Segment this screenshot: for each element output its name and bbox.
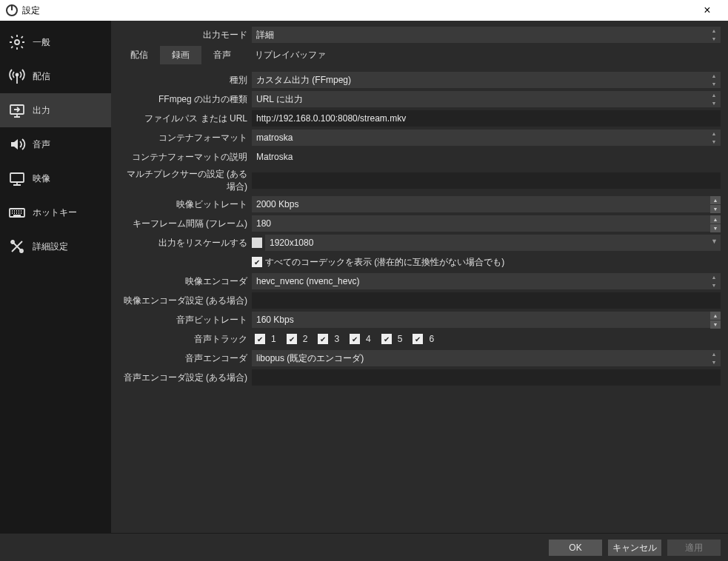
sidebar-item-label: 詳細設定: [33, 241, 68, 253]
venc-set-input[interactable]: [252, 292, 721, 309]
abitrate-input[interactable]: 160 Kbps▲▼: [252, 312, 721, 328]
vbitrate-label: 映像ビットレート: [118, 198, 252, 211]
atrack-label: 音声トラック: [118, 333, 252, 346]
sidebar: 一般 配信 出力 音声 映像 ホットキー 詳細設定: [0, 21, 111, 533]
track-6-checkbox[interactable]: ✔: [413, 334, 423, 344]
track-1-checkbox[interactable]: ✔: [255, 334, 265, 344]
chevron-updown-icon: ▲▼: [709, 27, 719, 43]
sidebar-item-label: 出力: [33, 104, 50, 117]
sidebar-item-output[interactable]: 出力: [0, 93, 111, 127]
main-panel: 出力モード 詳細 ▲▼ 配信 録画 音声 リプレイバッファ 種別 カスタム出力 …: [111, 21, 728, 533]
monitor-icon: [7, 169, 27, 188]
container-desc-label: コンテナフォーマットの説明: [118, 151, 252, 164]
track-5-checkbox[interactable]: ✔: [381, 334, 392, 344]
chevron-updown-icon: ▲▼: [709, 350, 719, 366]
track-3-checkbox[interactable]: ✔: [318, 334, 328, 344]
keyframe-label: キーフレーム間隔 (フレーム): [118, 218, 252, 230]
track-2-checkbox[interactable]: ✔: [287, 334, 297, 344]
chevron-updown-icon: ▲▼: [709, 91, 719, 107]
keyframe-input[interactable]: 180▲▼: [252, 215, 721, 232]
tab-replay[interactable]: リプレイバッファ: [243, 46, 338, 64]
output-mode-label: 出力モード: [118, 29, 252, 41]
vbitrate-input[interactable]: 2000 Kbps▲▼: [252, 196, 721, 212]
window-title: 設定: [22, 4, 40, 17]
aenc-set-input[interactable]: [252, 369, 721, 386]
title-bar: 設定 ×: [0, 0, 728, 21]
venc-select[interactable]: hevc_nvenc (nvenc_hevc)▲▼: [252, 273, 721, 289]
track-group: ✔1 ✔2 ✔3 ✔4 ✔5 ✔6: [252, 334, 434, 344]
svg-rect-3: [10, 173, 24, 182]
ok-button[interactable]: OK: [549, 540, 602, 556]
tools-icon: [7, 237, 27, 256]
tab-record[interactable]: 録画: [160, 46, 201, 64]
close-icon[interactable]: ×: [692, 4, 722, 17]
type-select[interactable]: カスタム出力 (FFmpeg)▲▼: [252, 72, 721, 88]
chevron-updown-icon: ▲▼: [709, 130, 719, 146]
footer: OK キャンセル 適用: [0, 533, 728, 561]
track-4-checkbox[interactable]: ✔: [350, 334, 360, 344]
sidebar-item-hotkeys[interactable]: ホットキー: [0, 195, 111, 229]
container-label: コンテナフォーマット: [118, 132, 252, 144]
container-desc-value: Matroska: [252, 150, 721, 164]
sidebar-item-label: 映像: [33, 172, 50, 185]
sidebar-item-video[interactable]: 映像: [0, 161, 111, 195]
rescale-select[interactable]: 1920x1080▼: [265, 235, 721, 251]
venc-label: 映像エンコーダ: [118, 275, 252, 288]
cancel-button[interactable]: キャンセル: [608, 540, 661, 556]
app-icon: [6, 4, 18, 16]
container-select[interactable]: matroska▲▼: [252, 130, 721, 146]
mux-label: マルチプレクサーの設定 (ある場合): [118, 168, 252, 193]
show-all-checkbox[interactable]: ✔: [252, 257, 262, 267]
stepper-icon[interactable]: ▲▼: [710, 312, 721, 328]
stepper-icon[interactable]: ▲▼: [710, 196, 721, 212]
gear-icon: [7, 33, 27, 52]
sidebar-item-label: 配信: [33, 70, 50, 83]
tab-stream[interactable]: 配信: [118, 46, 160, 64]
path-label: ファイルパス または URL: [118, 112, 252, 125]
apply-button[interactable]: 適用: [667, 540, 721, 556]
aenc-label: 音声エンコーダ: [118, 352, 252, 365]
abitrate-label: 音声ビットレート: [118, 314, 252, 326]
svg-point-0: [15, 40, 19, 44]
sidebar-item-advanced[interactable]: 詳細設定: [0, 229, 111, 263]
tabs: 配信 録画 音声 リプレイバッファ: [118, 46, 721, 64]
speaker-icon: [7, 135, 27, 154]
ffmpeg-type-select[interactable]: URL に出力▲▼: [252, 91, 721, 107]
ffmpeg-type-label: FFmpeg の出力の種類: [118, 93, 252, 106]
output-mode-select[interactable]: 詳細 ▲▼: [252, 27, 721, 43]
sidebar-item-general[interactable]: 一般: [0, 25, 111, 59]
aenc-select[interactable]: libopus (既定のエンコーダ)▲▼: [252, 350, 721, 366]
keyboard-icon: [7, 203, 27, 222]
aenc-set-label: 音声エンコーダ設定 (ある場合): [118, 372, 252, 384]
rescale-label: 出力をリスケールする: [118, 237, 252, 249]
rescale-checkbox[interactable]: [252, 238, 262, 248]
venc-set-label: 映像エンコーダ設定 (ある場合): [118, 295, 252, 307]
output-icon: [7, 101, 27, 120]
chevron-updown-icon: ▲▼: [709, 72, 719, 88]
sidebar-item-label: 音声: [33, 138, 50, 151]
sidebar-item-audio[interactable]: 音声: [0, 127, 111, 161]
tab-audio[interactable]: 音声: [201, 46, 243, 64]
type-label: 種別: [118, 74, 252, 87]
chevron-updown-icon: ▲▼: [709, 273, 719, 289]
sidebar-item-stream[interactable]: 配信: [0, 59, 111, 93]
sidebar-item-label: 一般: [33, 36, 50, 49]
antenna-icon: [7, 67, 27, 86]
sidebar-item-label: ホットキー: [33, 206, 77, 219]
stepper-icon[interactable]: ▲▼: [710, 215, 721, 232]
show-all-label: すべてのコーデックを表示 (潜在的に互換性がない場合でも): [265, 256, 504, 269]
path-input[interactable]: http://192.168.0.100:8080/stream.mkv: [252, 110, 721, 127]
chevron-down-icon: ▼: [711, 238, 718, 245]
mux-input[interactable]: [252, 172, 721, 189]
